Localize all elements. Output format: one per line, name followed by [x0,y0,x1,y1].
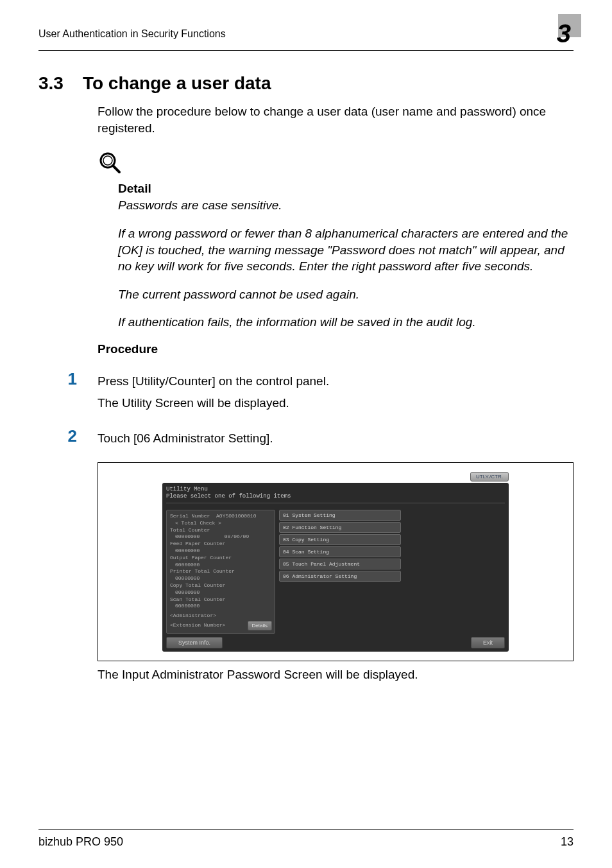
menu-item-04-scan[interactable]: 04 Scan Setting [279,546,401,557]
system-info-button[interactable]: System Info. [166,637,223,648]
section-number: 3.3 [38,73,64,94]
step-2-row: 2 Touch [06 Administrator Setting]. [38,426,574,447]
svg-line-2 [113,166,119,172]
menu-item-02-function[interactable]: 02 Function Setting [279,522,401,533]
procedure-heading: Procedure [98,342,574,356]
counter-date: 08/06/09 [225,534,249,539]
scan-label: Scan Total Counter [170,596,271,603]
section-heading: 3.3 To change a user data [38,73,574,94]
exit-button[interactable]: Exit [471,637,505,648]
utility-screen-screenshot: UTLY./CTR. Utility Menu Please select on… [98,462,574,661]
magnifier-icon [98,150,574,178]
scan-value: 00000000 [175,603,271,610]
svg-point-1 [103,156,112,165]
chapter-number-wrap: 3 [557,19,574,48]
footer-page-number: 13 [561,835,574,849]
utility-panel: Utility Menu Please select one of follow… [162,483,509,652]
page-footer: bizhub PRO 950 13 [38,829,574,849]
menu-item-05-touch-panel[interactable]: 05 Touch Panel Adjustment [279,559,401,569]
menu-item-01-system[interactable]: 01 System Setting [279,510,401,521]
menu-item-03-copy[interactable]: 03 Copy Setting [279,534,401,545]
printer-value: 00000000 [175,575,271,582]
details-button[interactable]: Details [248,621,272,630]
util-top-row: UTLY./CTR. [162,472,509,482]
after-screenshot-text: The Input Administrator Password Screen … [98,668,574,682]
admin-label: <Administrator> [170,612,271,620]
printer-label: Printer Total Counter [170,568,271,575]
serial-value: A0Y5001000010 [216,513,256,519]
utility-header: Utility Menu Please select one of follow… [166,486,505,503]
utility-header-line2: Please select one of following items [166,493,505,500]
footer-product: bizhub PRO 950 [38,835,123,849]
step-2-text: Touch [06 Administrator Setting]. [98,426,273,447]
serial-row: Serial Number A0Y5001000010 [170,513,271,520]
feed-label: Feed Paper Counter [170,541,271,548]
utility-bottom-row: System Info. Exit [166,637,505,648]
utility-left-panel: Serial Number A0Y5001000010 < Total Chec… [166,510,275,634]
section-title: To change a user data [83,73,271,94]
step-1-sub: The Utility Screen will be displayed. [98,396,574,410]
intro-paragraph: Follow the procedure below to change a u… [98,103,574,136]
utility-columns: Serial Number A0Y5001000010 < Total Chec… [166,510,505,634]
step-2-number: 2 [38,426,77,447]
step-1-row: 1 Press [Utility/Counter] on the control… [38,369,574,390]
total-counter-row: 00000000 08/06/09 [175,534,271,541]
page-header: User Authentication in Security Function… [38,19,574,51]
step-1-number: 1 [38,369,77,390]
output-label: Output Paper Counter [170,555,271,562]
serial-label: Serial Number [170,513,210,519]
copy-label: Copy Total Counter [170,582,271,589]
utility-header-line1: Utility Menu [166,486,505,493]
feed-value: 00000000 [175,548,271,555]
detail-heading: Detail [118,182,574,196]
utility-menu-list: 01 System Setting 02 Function Setting 03… [279,510,401,634]
detail-line-2: If a wrong password or fewer than 8 alph… [118,225,574,275]
detail-line-1: Passwords are case sensitive. [118,197,574,214]
utility-counter-button[interactable]: UTLY./CTR. [470,472,509,482]
step-1-text: Press [Utility/Counter] on the control p… [98,369,329,390]
total-counter-value: 00000000 [175,534,200,539]
total-check-label: < Total Check > [175,520,271,527]
chapter-number: 3 [557,19,574,48]
menu-item-06-administrator[interactable]: 06 Administrator Setting [279,571,401,582]
detail-line-4: If authentication fails, the information… [118,314,574,331]
total-counter-label: Total Counter [170,527,271,534]
header-title: User Authentication in Security Function… [38,28,226,40]
detail-line-3: The current password cannot be used agai… [118,286,574,303]
output-value: 00000000 [175,562,271,569]
copy-value: 00000000 [175,589,271,596]
